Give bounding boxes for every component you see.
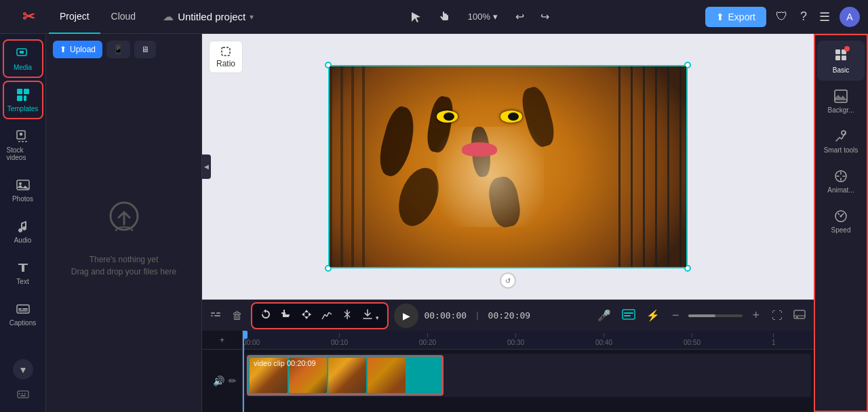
sidebar-item-templates[interactable]: Templates [3, 81, 43, 119]
download-button[interactable]: ▾ [358, 306, 383, 325]
notification-dot [844, 46, 850, 52]
sidebar-item-stock-videos[interactable]: Stock videos [3, 122, 43, 168]
basic-icon-wrap [833, 47, 848, 64]
svg-rect-39 [796, 316, 798, 318]
play-button[interactable]: ▶ [394, 304, 418, 328]
zoom-chevron-icon: ▾ [493, 12, 498, 22]
export-icon: ⬆ [716, 12, 724, 22]
timeline-ruler: 00:00 00:10 00:20 00:30 [243, 331, 814, 350]
sidebar-item-media[interactable]: Media [3, 39, 43, 78]
main-area: Media Templates Stock videos [0, 34, 868, 412]
svg-rect-9 [18, 141, 20, 142]
svg-line-31 [327, 312, 329, 316]
clip-tools-group: ▾ [251, 302, 389, 329]
microphone-button[interactable]: 🎤 [595, 306, 614, 325]
clip-label: video clip 00:20:09 [254, 359, 316, 367]
rotation-handle[interactable]: ↺ [500, 272, 516, 289]
export-button[interactable]: ⬆ Export [705, 7, 766, 27]
svg-rect-37 [794, 310, 805, 318]
svg-rect-26 [216, 312, 220, 314]
sidebar-item-audio[interactable]: Audio [3, 212, 43, 251]
fit-to-screen-button[interactable] [791, 307, 808, 325]
svg-rect-11 [25, 141, 27, 142]
right-panel-item-basic[interactable]: Basic [817, 41, 865, 81]
sidebar-item-captions[interactable]: Captions [3, 295, 43, 333]
split-button[interactable] [338, 306, 357, 325]
user-avatar[interactable]: A [840, 7, 860, 27]
volume-button[interactable]: 🔊 [213, 375, 224, 386]
svg-rect-35 [624, 312, 633, 314]
panel-collapse-button[interactable]: ◀ [202, 154, 211, 179]
sidebar-more-button[interactable]: ▾ [13, 359, 33, 379]
svg-rect-5 [17, 96, 22, 101]
keyboard-shortcut-icon[interactable] [3, 382, 43, 407]
mobile-import-button[interactable]: 📱 [106, 41, 130, 58]
speed-change-button[interactable] [317, 306, 336, 325]
svg-rect-4 [24, 89, 29, 94]
svg-rect-34 [623, 310, 635, 319]
tab-project[interactable]: Project [49, 0, 100, 34]
video-clip[interactable]: video clip 00:20:09 [247, 355, 443, 396]
track-settings-button[interactable] [208, 306, 224, 325]
media-panel: ⬆ Upload 📱 🖥 There's nothing yet Drag an… [46, 34, 202, 412]
ruler-mark-0: 00:00 [243, 339, 260, 346]
fullscreen-button[interactable]: ⛶ [769, 307, 785, 325]
right-panel-item-smart-tools[interactable]: Smart tools [817, 122, 865, 161]
undo-button[interactable]: ↩ [511, 7, 528, 26]
rotate-tool-button[interactable] [256, 306, 275, 325]
zoom-in-button[interactable]: + [748, 307, 764, 324]
zoom-out-button[interactable]: − [668, 307, 684, 324]
shield-icon[interactable]: 🛡 [773, 7, 791, 26]
edit-track-button[interactable]: ✏ [229, 375, 237, 386]
topbar: ✂ Project Cloud ☁ Untitled project ▾ 100… [0, 0, 868, 34]
crop-tool-button[interactable] [277, 306, 296, 325]
add-track-button[interactable]: + [220, 335, 224, 345]
ruler-mark-60: 1 [772, 333, 776, 346]
video-frame [328, 65, 688, 268]
delete-clip-button[interactable]: 🗑 [229, 307, 245, 325]
right-panel-item-animate[interactable]: Animat... [817, 162, 865, 201]
upload-icon: ⬆ [60, 45, 66, 54]
transform-tool-button[interactable] [297, 306, 316, 325]
svg-rect-10 [22, 141, 24, 142]
timeline-right: 00:00 00:10 00:20 00:30 [243, 331, 814, 412]
left-sidebar: Media Templates Stock videos [0, 34, 46, 412]
zoom-control[interactable]: 100% ▾ [462, 9, 503, 24]
tab-cloud[interactable]: Cloud [100, 0, 147, 34]
empty-panel-text: There's nothing yet Drag and drop your f… [71, 253, 176, 278]
sidebar-item-text[interactable]: Text [3, 253, 43, 292]
zoom-bar [688, 314, 743, 317]
clip-thumb-4 [368, 358, 406, 393]
redo-button[interactable]: ↪ [536, 7, 553, 26]
menu-icon[interactable]: ☰ [816, 7, 833, 27]
sidebar-item-photos[interactable]: Photos [3, 171, 43, 209]
captions-auto-button[interactable] [619, 306, 638, 325]
help-icon[interactable]: ? [797, 7, 810, 26]
svg-rect-25 [211, 312, 215, 314]
svg-line-29 [322, 314, 325, 319]
svg-rect-43 [842, 56, 846, 60]
topbar-right: ⬆ Export 🛡 ? ☰ A [705, 7, 860, 27]
upload-button[interactable]: ⬆ Upload [53, 41, 102, 58]
right-panel-item-background[interactable]: Backgr... [817, 82, 865, 121]
svg-rect-24 [222, 47, 230, 56]
playhead[interactable] [243, 331, 244, 412]
svg-rect-42 [835, 56, 840, 60]
svg-rect-17 [22, 308, 28, 310]
zoom-value: 100% [468, 12, 490, 22]
screen-record-button[interactable]: 🖥 [134, 41, 156, 58]
project-name[interactable]: Untitled project [178, 11, 245, 22]
video-preview[interactable]: ↺ [328, 65, 688, 268]
hand-tool-button[interactable] [434, 8, 454, 26]
link-tracks-button[interactable]: ⚡ [644, 306, 663, 325]
select-tool-button[interactable] [406, 8, 426, 26]
ratio-button[interactable]: Ratio [209, 41, 243, 73]
project-name-area: ☁ Untitled project ▾ [163, 10, 254, 23]
timeline-controls: 🗑 [202, 300, 814, 331]
right-panel-item-speed[interactable]: Speed [817, 202, 865, 241]
app-logo-icon: ✂ [22, 8, 35, 26]
cloud-upload-icon: ☁ [163, 10, 174, 23]
nav-tabs: Project Cloud [49, 0, 146, 34]
video-track: video clip 00:20:09 [245, 354, 811, 397]
screen-icon: 🖥 [141, 45, 149, 54]
